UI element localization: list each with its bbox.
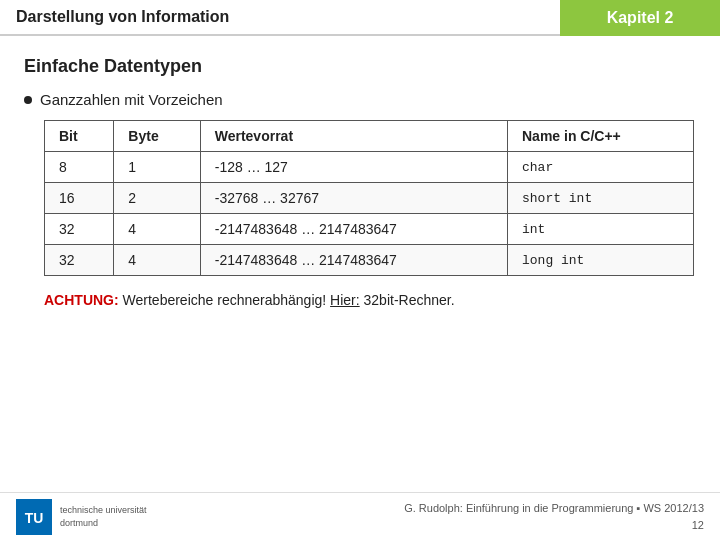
notice-rest: 32bit-Rechner. (360, 292, 455, 308)
cell-byte: 4 (114, 214, 200, 245)
footer-right: G. Rudolph: Einführung in die Programmie… (404, 500, 704, 533)
notice-text: ACHTUNG: Wertebereiche rechnerabhängig! … (44, 292, 696, 308)
header-title: Darstellung von Information (0, 0, 560, 36)
footer-logo-text: technische universität dortmund (60, 504, 147, 529)
notice-middle: Wertebereiche rechnerabhängig! (119, 292, 330, 308)
bullet-item: Ganzzahlen mit Vorzeichen (24, 91, 696, 108)
col-byte: Byte (114, 121, 200, 152)
cell-bit: 32 (45, 245, 114, 276)
col-bit: Bit (45, 121, 114, 152)
header-chapter: Kapitel 2 (560, 0, 720, 36)
cell-byte: 2 (114, 183, 200, 214)
cell-bit: 32 (45, 214, 114, 245)
chapter-label: Kapitel 2 (607, 9, 674, 27)
table-row: 81-128 … 127char (45, 152, 694, 183)
achtung-label: ACHTUNG: (44, 292, 119, 308)
bullet-dot-icon (24, 96, 32, 104)
footer-page: 12 (404, 517, 704, 534)
table-header-row: Bit Byte Wertevorrat Name in C/C++ (45, 121, 694, 152)
main-content: Einfache Datentypen Ganzzahlen mit Vorze… (0, 36, 720, 318)
footer-credit: G. Rudolph: Einführung in die Programmie… (404, 500, 704, 517)
cell-wertevorrat: -2147483648 … 2147483647 (200, 245, 507, 276)
bullet-text: Ganzzahlen mit Vorzeichen (40, 91, 223, 108)
cell-byte: 4 (114, 245, 200, 276)
cell-name: int (507, 214, 693, 245)
data-table: Bit Byte Wertevorrat Name in C/C++ 81-12… (44, 120, 694, 276)
col-name: Name in C/C++ (507, 121, 693, 152)
cell-name: char (507, 152, 693, 183)
cell-name: long int (507, 245, 693, 276)
cell-bit: 8 (45, 152, 114, 183)
footer-university-name: technische universität (60, 504, 147, 517)
hier-label: Hier: (330, 292, 360, 308)
table-row: 324-2147483648 … 2147483647long int (45, 245, 694, 276)
table-row: 162-32768 … 32767short int (45, 183, 694, 214)
footer-logo: TU technische universität dortmund (16, 499, 147, 535)
page-header: Darstellung von Information Kapitel 2 (0, 0, 720, 36)
cell-wertevorrat: -32768 … 32767 (200, 183, 507, 214)
cell-bit: 16 (45, 183, 114, 214)
cell-wertevorrat: -2147483648 … 2147483647 (200, 214, 507, 245)
cell-wertevorrat: -128 … 127 (200, 152, 507, 183)
svg-text:TU: TU (25, 510, 44, 526)
cell-name: short int (507, 183, 693, 214)
page-footer: TU technische universität dortmund G. Ru… (0, 492, 720, 540)
col-wertevorrat: Wertevorrat (200, 121, 507, 152)
cell-byte: 1 (114, 152, 200, 183)
footer-city-name: dortmund (60, 517, 147, 530)
section-title: Einfache Datentypen (24, 56, 696, 77)
table-row: 324-2147483648 … 2147483647int (45, 214, 694, 245)
header-title-text: Darstellung von Information (16, 8, 229, 26)
tu-logo-icon: TU (16, 499, 52, 535)
